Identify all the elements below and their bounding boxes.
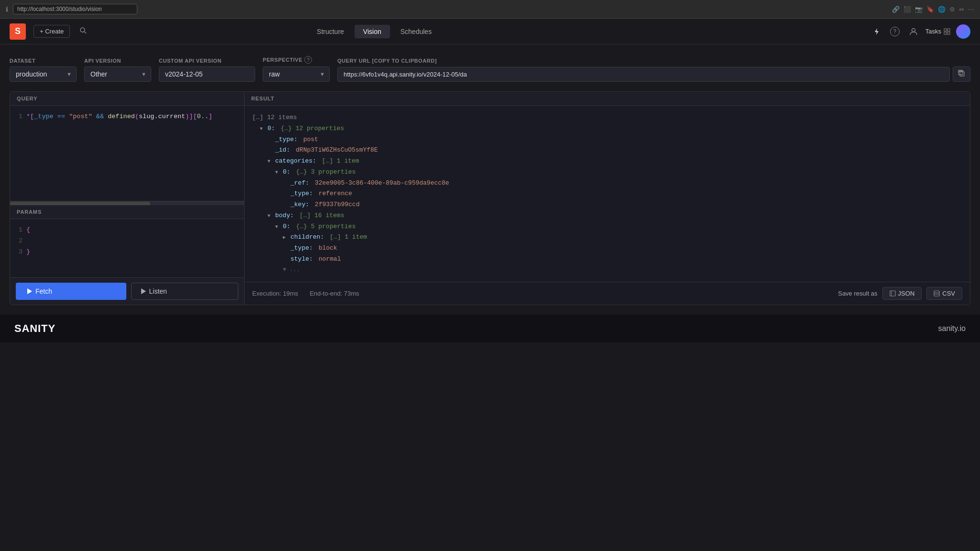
meta-categories: […] 1 item — [322, 156, 359, 167]
perspective-label-row: PERSPECTIVE ? — [263, 56, 330, 64]
browser-icon-extend[interactable]: ⇔ — [959, 6, 964, 13]
tasks-button[interactable]: Tasks — [925, 28, 950, 35]
tree-row-0[interactable]: 0: {…} 12 properties — [252, 123, 962, 134]
val-block-type: block — [319, 243, 337, 254]
query-editor[interactable]: 1 *[_type == "post" && defined(slug.curr… — [10, 106, 244, 201]
copy-icon — [958, 70, 965, 77]
url-bar[interactable]: http://localhost:3000/studio/vision — [13, 4, 137, 14]
controls-row: DATASET production ▼ API VERSION Other v… — [10, 56, 970, 82]
dataset-label: DATASET — [10, 58, 77, 64]
key-children: children: — [290, 232, 324, 243]
toggle-0[interactable] — [260, 123, 267, 134]
params-line-1: 1 { — [14, 225, 240, 236]
help-button[interactable]: ? — [888, 25, 902, 38]
action-row: Fetch Listen — [10, 277, 244, 305]
query-code-1[interactable]: *[_type == "post" && defined(slug.curren… — [26, 111, 212, 122]
tree-row-children[interactable]: children: […] 1 item — [252, 232, 962, 243]
copy-url-button[interactable] — [953, 66, 970, 82]
query-scrollbar[interactable] — [10, 201, 244, 205]
custom-api-input[interactable] — [159, 66, 255, 82]
sanity-logo: S — [10, 23, 26, 40]
result-panel-header: RESULT — [245, 92, 970, 106]
params-section: PARAMS 1 { 2 3 } — [10, 205, 244, 277]
nav-right: ? Tasks — [871, 24, 970, 39]
tab-structure[interactable]: Structure — [308, 25, 353, 38]
params-line-2: 2 — [14, 236, 240, 247]
val-ref-type: reference — [319, 188, 352, 199]
val-type: post — [303, 134, 318, 145]
result-content: […] 12 items 0: {…} 12 properties _type:… — [245, 106, 970, 282]
toggle-body-0[interactable] — [275, 221, 282, 232]
tree-row-body[interactable]: body: […] 16 items — [252, 210, 962, 221]
info-icon: ℹ — [6, 6, 8, 13]
svg-rect-4 — [944, 29, 947, 31]
browser-icon-screenshot[interactable]: ⬛ — [903, 6, 911, 13]
dataset-select-wrapper: production ▼ — [10, 66, 77, 82]
flash-button[interactable] — [871, 26, 882, 37]
params-code-3: } — [26, 247, 30, 258]
search-icon — [79, 27, 87, 34]
spacer-ref — [283, 178, 290, 189]
perspective-help-icon[interactable]: ? — [304, 56, 312, 64]
left-panel: QUERY 1 *[_type == "post" && defined(slu… — [10, 92, 245, 305]
api-version-select-wrapper: Other v2024-12-05 v2023-08-01 ▼ — [84, 66, 151, 82]
val-style: normal — [319, 254, 341, 265]
perspective-label: PERSPECTIVE — [263, 57, 302, 63]
dataset-select[interactable]: production — [10, 66, 77, 82]
search-button[interactable] — [78, 25, 89, 38]
params-line-num-2: 2 — [14, 236, 22, 247]
person-icon — [909, 27, 918, 36]
spacer-ref-type — [283, 188, 290, 199]
svg-line-1 — [84, 32, 86, 33]
browser-icon-link[interactable]: 🔗 — [892, 6, 900, 13]
svg-point-3 — [912, 28, 915, 32]
toggle-categories[interactable] — [267, 156, 274, 167]
nav-tabs: Structure Vision Schedules — [308, 25, 440, 38]
meta-cat-0: {…} 3 properties — [296, 167, 356, 178]
footer: SANITY sanity.io — [0, 315, 980, 342]
svg-marker-2 — [875, 28, 879, 35]
meta-0: {…} 12 properties — [280, 123, 344, 134]
listen-label: Listen — [149, 287, 167, 295]
svg-rect-6 — [944, 32, 947, 34]
editor-area: QUERY 1 *[_type == "post" && defined(slu… — [10, 91, 970, 305]
key-categories: categories: — [275, 156, 316, 167]
browser-icon-camera[interactable]: 📷 — [915, 6, 923, 13]
browser-icon-globe[interactable]: 🌐 — [938, 6, 946, 13]
perspective-select[interactable]: raw published previewDrafts — [263, 66, 330, 82]
browser-icon-settings[interactable]: ⚙ — [949, 6, 955, 13]
query-url-control: QUERY URL [COPY TO CLIPBOARD] — [337, 58, 970, 82]
person-button[interactable] — [907, 25, 920, 38]
key-type: _type: — [275, 134, 298, 145]
query-panel-header: QUERY — [10, 92, 244, 106]
csv-button[interactable]: CSV — [926, 287, 962, 300]
toggle-cat-0[interactable] — [275, 167, 282, 178]
fetch-button[interactable]: Fetch — [16, 283, 126, 300]
footer-logo: SANITY — [14, 322, 56, 335]
params-editor[interactable]: 1 { 2 3 } — [10, 219, 244, 277]
avatar[interactable] — [956, 24, 970, 39]
svg-rect-10 — [890, 291, 895, 296]
tree-row-cat-0[interactable]: 0: {…} 3 properties — [252, 167, 962, 178]
tree-row-categories[interactable]: categories: […] 1 item — [252, 156, 962, 167]
browser-icon-dots[interactable]: ⋯ — [968, 6, 974, 13]
url-input-wrapper — [337, 66, 970, 82]
listen-button[interactable]: Listen — [131, 283, 239, 300]
toggle-body[interactable] — [267, 210, 274, 221]
api-version-select[interactable]: Other v2024-12-05 v2023-08-01 — [84, 66, 151, 82]
json-button[interactable]: JSON — [882, 287, 922, 300]
val-key: 2f9337b99ccd — [315, 199, 360, 210]
spacer-type — [267, 134, 274, 145]
browser-chrome: ℹ http://localhost:3000/studio/vision 🔗 … — [0, 0, 980, 19]
tree-row-body-0[interactable]: 0: {…} 5 properties — [252, 221, 962, 232]
svg-rect-8 — [960, 72, 964, 76]
meta-body: […] 16 items — [300, 210, 345, 221]
json-icon — [890, 290, 896, 297]
browser-icon-bookmark[interactable]: 🔖 — [926, 6, 934, 13]
tab-schedules[interactable]: Schedules — [392, 25, 440, 38]
tab-vision[interactable]: Vision — [355, 25, 390, 38]
top-nav: S + Create Structure Vision Schedules ? — [0, 19, 980, 44]
toggle-children[interactable] — [283, 232, 290, 243]
create-button[interactable]: + Create — [33, 25, 70, 38]
query-url-input[interactable] — [337, 67, 950, 82]
